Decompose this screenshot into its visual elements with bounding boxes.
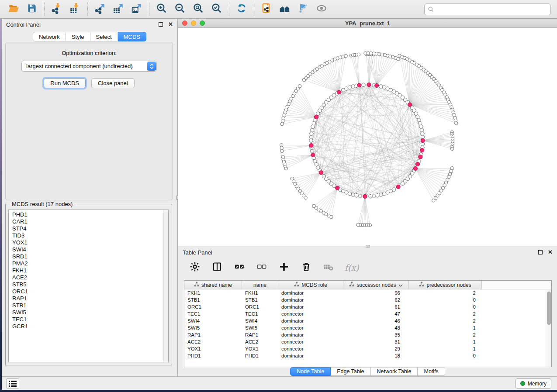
table-row[interactable]: ACE2ACE2connector311 bbox=[184, 338, 551, 345]
float-table-panel-icon[interactable] bbox=[538, 250, 543, 254]
network-node[interactable] bbox=[362, 83, 365, 86]
mcds-result-item[interactable]: SWI4 bbox=[9, 246, 168, 253]
mcds-result-item[interactable]: PMA2 bbox=[9, 260, 168, 267]
mcds-result-item[interactable]: SRD1 bbox=[9, 253, 168, 260]
tab-edge-table[interactable]: Edge Table bbox=[331, 367, 370, 376]
network-leaf-node[interactable] bbox=[357, 53, 360, 56]
table-row[interactable]: YOX1YOX1connector291 bbox=[184, 345, 551, 352]
network-leaf-node[interactable] bbox=[280, 144, 284, 147]
mcds-result-item[interactable]: RAP1 bbox=[9, 295, 168, 302]
close-panel-button[interactable]: Close panel bbox=[91, 78, 135, 88]
mcds-node[interactable] bbox=[336, 186, 339, 190]
network-node[interactable] bbox=[310, 132, 313, 135]
mcds-node[interactable] bbox=[314, 115, 318, 119]
network-leaf-node[interactable] bbox=[312, 204, 316, 208]
table-scrollbar[interactable] bbox=[546, 290, 551, 367]
network-node[interactable] bbox=[311, 125, 315, 128]
mcds-result-item[interactable]: TID3 bbox=[9, 232, 168, 239]
mcds-result-list[interactable]: PHD1CAR1STP4TID3YOX1SWI4SRD1PMA2FKH1ACE2… bbox=[8, 210, 169, 362]
mcds-result-item[interactable]: STB5 bbox=[9, 281, 168, 288]
column-header-MCDS-role[interactable]: MCDS role bbox=[278, 281, 343, 289]
network-node[interactable] bbox=[351, 85, 355, 88]
mcds-node[interactable] bbox=[396, 185, 400, 189]
network-leaf-node[interactable] bbox=[298, 85, 301, 88]
tab-motifs[interactable]: Motifs bbox=[418, 367, 445, 376]
network-node[interactable] bbox=[310, 128, 314, 132]
table-row[interactable]: PHD1PHD1dominator180 bbox=[184, 352, 551, 359]
mcds-node[interactable] bbox=[363, 194, 367, 198]
network-node[interactable] bbox=[351, 193, 355, 196]
delete-table-button[interactable] bbox=[322, 261, 335, 274]
network-node[interactable] bbox=[355, 194, 358, 197]
tab-mcds[interactable]: MCDS bbox=[118, 32, 146, 41]
table-row[interactable]: STB1STB1dominator620 bbox=[184, 296, 551, 303]
mcds-result-item[interactable]: FKH1 bbox=[9, 267, 168, 274]
network-node[interactable] bbox=[322, 174, 325, 178]
network-leaf-node[interactable] bbox=[397, 58, 400, 61]
mcds-result-item[interactable]: YOX1 bbox=[9, 239, 168, 246]
mcds-node[interactable] bbox=[311, 153, 315, 157]
network-node[interactable] bbox=[372, 194, 376, 198]
mcds-result-item[interactable]: ACE2 bbox=[9, 274, 168, 281]
mcds-node[interactable] bbox=[408, 103, 412, 107]
open-file-button[interactable] bbox=[6, 2, 21, 17]
network-node[interactable] bbox=[369, 195, 372, 198]
table-scrollbar-thumb[interactable] bbox=[547, 292, 551, 325]
export-table-button[interactable] bbox=[111, 2, 126, 17]
network-node[interactable] bbox=[309, 139, 313, 142]
columns-button[interactable] bbox=[211, 261, 223, 274]
zoom-selected-button[interactable] bbox=[209, 2, 224, 17]
network-leaf-node[interactable] bbox=[291, 177, 294, 180]
settings-button[interactable] bbox=[189, 261, 201, 274]
table-row[interactable]: FKH1FKH1dominator962 bbox=[184, 289, 551, 296]
task-history-button[interactable] bbox=[6, 378, 19, 389]
table-row[interactable]: TEC1TEC1connector472 bbox=[184, 310, 551, 317]
mcds-result-item[interactable]: SWI5 bbox=[9, 309, 168, 316]
network-home-button[interactable] bbox=[277, 2, 292, 17]
network-node[interactable] bbox=[358, 194, 362, 198]
network-node[interactable] bbox=[382, 192, 386, 196]
tab-node-table[interactable]: Node Table bbox=[290, 367, 331, 376]
mcds-result-item[interactable]: GCR1 bbox=[9, 323, 168, 330]
close-panel-icon[interactable]: ✕ bbox=[168, 22, 173, 27]
network-leaf-node[interactable] bbox=[450, 147, 454, 151]
mcds-node[interactable] bbox=[309, 144, 313, 148]
mcds-node[interactable] bbox=[375, 83, 379, 87]
share-document-button[interactable] bbox=[259, 2, 274, 17]
table-row[interactable]: SWI4SWI4dominator462 bbox=[184, 317, 551, 324]
mcds-node[interactable] bbox=[415, 162, 419, 166]
network-node[interactable] bbox=[401, 182, 404, 185]
column-header-successor-nodes[interactable]: successor nodes bbox=[343, 281, 409, 289]
network-leaf-node[interactable] bbox=[281, 155, 285, 159]
network-node[interactable] bbox=[348, 86, 351, 89]
mcds-result-item[interactable]: PHD1 bbox=[9, 210, 168, 218]
mcds-node[interactable] bbox=[419, 155, 422, 159]
column-header-name[interactable]: name bbox=[242, 281, 278, 289]
network-node[interactable] bbox=[419, 121, 422, 125]
network-node[interactable] bbox=[421, 132, 424, 135]
select-all-button[interactable] bbox=[233, 261, 246, 274]
network-node[interactable] bbox=[376, 194, 379, 197]
horizontal-splitter-grip[interactable] bbox=[366, 245, 370, 248]
mcds-result-item[interactable]: TEC1 bbox=[9, 316, 168, 323]
network-leaf-node[interactable] bbox=[344, 54, 348, 58]
table-row[interactable]: SWI5SWI5connector431 bbox=[184, 324, 551, 331]
import-table-button[interactable] bbox=[68, 2, 83, 17]
zoom-fit-button[interactable] bbox=[191, 2, 206, 17]
run-mcds-button[interactable]: Run MCDS bbox=[44, 78, 86, 88]
tab-select[interactable]: Select bbox=[90, 32, 118, 41]
save-session-button[interactable] bbox=[24, 2, 39, 17]
import-network-button[interactable] bbox=[49, 2, 64, 17]
table-row[interactable]: RAP1RAP1dominator352 bbox=[184, 331, 551, 338]
close-table-panel-icon[interactable]: ✕ bbox=[548, 250, 553, 254]
mcds-node[interactable] bbox=[357, 83, 361, 87]
table-row[interactable]: ORC1ORC1dominator610 bbox=[184, 303, 551, 310]
mcds-node[interactable] bbox=[337, 90, 341, 94]
mcds-result-item[interactable]: ORC1 bbox=[9, 288, 168, 295]
network-leaf-node[interactable] bbox=[432, 199, 436, 202]
apply-layout-button[interactable] bbox=[234, 2, 249, 17]
zoom-out-button[interactable] bbox=[173, 2, 187, 17]
column-header-predecessor-nodes[interactable]: predecessor nodes bbox=[409, 281, 482, 289]
network-node[interactable] bbox=[379, 85, 383, 88]
criterion-dropdown[interactable]: largest connected component (undirected) bbox=[21, 61, 157, 72]
